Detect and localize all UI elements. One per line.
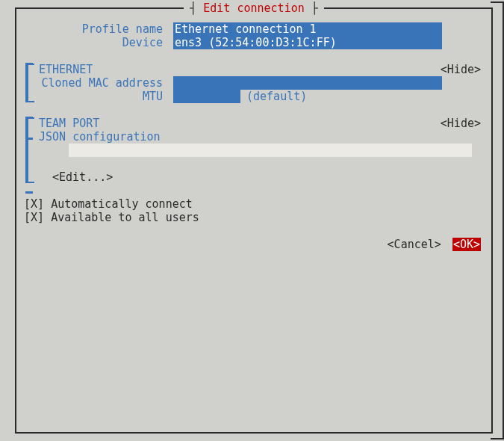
- ok-button[interactable]: <OK>: [452, 238, 481, 251]
- mtu-label: MTU: [39, 90, 173, 103]
- edit-json-button[interactable]: <Edit...>: [52, 170, 484, 184]
- team-port-hide-button[interactable]: <Hide>: [441, 117, 484, 130]
- auto-connect-label: Automatically connect: [51, 197, 193, 211]
- team-port-section: TEAM PORT <Hide> JSON configuration <Edi…: [24, 117, 484, 184]
- title-divider-right: ├: [311, 1, 318, 15]
- cancel-button[interactable]: <Cancel>: [388, 238, 441, 251]
- json-config-input[interactable]: [69, 144, 472, 157]
- device-input[interactable]: ens3 (52:54:00:D3:1C:FF): [173, 36, 442, 49]
- device-label: Device: [24, 36, 173, 49]
- json-config-label: JSON configuration: [39, 130, 484, 144]
- mtu-input[interactable]: [173, 90, 240, 103]
- options-group: [X] Automatically connect [X] Available …: [24, 197, 484, 224]
- outer-frame-fragment: [491, 438, 504, 440]
- all-users-checkbox[interactable]: [X] Available to all users: [24, 211, 484, 224]
- dialog-title: Edit connection: [203, 1, 304, 15]
- cloned-mac-input[interactable]: [173, 76, 442, 90]
- checkbox-mark: [X]: [24, 197, 51, 211]
- section-bracket-icon: [25, 63, 31, 103]
- title-divider-left: ┤: [190, 1, 203, 15]
- profile-name-row: Profile name Ethernet connection 1: [24, 22, 484, 36]
- edit-connection-dialog: ┤ Edit connection ├ Profile name Etherne…: [15, 7, 493, 434]
- dialog-buttons: <Cancel> <OK>: [24, 238, 484, 251]
- device-row: Device ens3 (52:54:00:D3:1C:FF): [24, 36, 484, 49]
- auto-connect-checkbox[interactable]: [X] Automatically connect: [24, 197, 484, 211]
- screen: ┤ Edit connection ├ Profile name Etherne…: [0, 0, 504, 441]
- mtu-hint: (default): [246, 90, 307, 103]
- profile-name-label: Profile name: [24, 22, 173, 36]
- dialog-title-bar: ┤ Edit connection ├: [16, 1, 491, 15]
- checkbox-mark: [X]: [24, 211, 51, 224]
- cloned-mac-label: Cloned MAC address: [39, 76, 173, 90]
- mtu-row: MTU (default): [39, 90, 484, 103]
- ethernet-section: ETHERNET <Hide> Cloned MAC address MTU (…: [24, 63, 484, 103]
- cloned-mac-row: Cloned MAC address: [39, 76, 484, 90]
- all-users-label: Available to all users: [51, 211, 199, 224]
- ethernet-section-title: ETHERNET: [39, 63, 93, 76]
- section-bracket-icon: [25, 117, 31, 184]
- ethernet-hide-button[interactable]: <Hide>: [441, 63, 484, 76]
- team-port-section-title: TEAM PORT: [39, 117, 99, 130]
- profile-name-input[interactable]: Ethernet connection 1: [173, 22, 442, 36]
